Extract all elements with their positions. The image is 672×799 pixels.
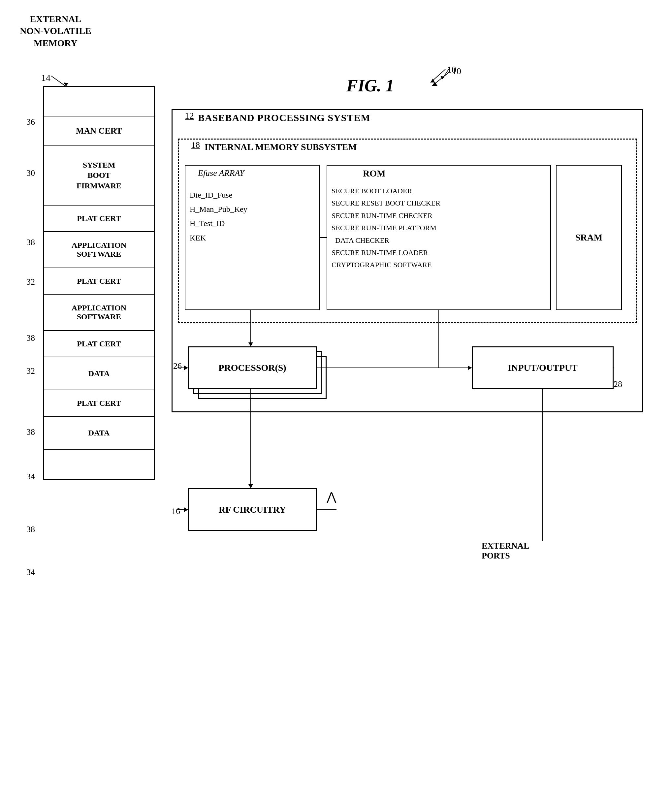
mem-cell-sys-boot: SYSTEMBOOTFIRMWARE bbox=[44, 146, 154, 205]
mem-cell-empty-bottom bbox=[44, 450, 154, 479]
processor-label: PROCESSOR(S) bbox=[218, 363, 286, 373]
ref-34-1: 34 bbox=[26, 472, 35, 482]
ref-14: 14 bbox=[41, 72, 50, 83]
io-label: INPUT/OUTPUT bbox=[508, 363, 578, 373]
rom-title: ROM bbox=[363, 168, 385, 179]
ref-26: 26 bbox=[173, 361, 182, 371]
fig-arrow bbox=[426, 66, 452, 86]
ref-32-2: 32 bbox=[26, 366, 35, 376]
ref-38-2: 38 bbox=[26, 333, 35, 343]
efuse-content: Die_ID_FuseH_Man_Pub_KeyH_Test_IDKEK bbox=[190, 188, 247, 245]
svg-marker-9 bbox=[248, 484, 253, 488]
sram-box: SRAM bbox=[556, 165, 622, 310]
baseband-ref: 12 bbox=[185, 110, 194, 121]
processor-box: PROCESSOR(S) bbox=[188, 346, 317, 389]
baseband-label: BASEBAND PROCESSING SYSTEM bbox=[198, 112, 370, 123]
ref-16: 16 bbox=[171, 506, 180, 516]
ref-38-1: 38 bbox=[26, 237, 35, 247]
ref-32-1: 32 bbox=[26, 277, 35, 287]
mem-cell-app-sw-2: APPLICATIONSOFTWARE bbox=[44, 295, 154, 331]
internal-mem-ref: 18 bbox=[191, 140, 200, 150]
fig-title: FIG. 1 bbox=[346, 76, 394, 95]
ext-mem-title: EXTERNALNON-VOLATILEMEMORY bbox=[20, 13, 91, 49]
io-box: INPUT/OUTPUT bbox=[472, 346, 614, 389]
rf-box: RF CIRCUITRY bbox=[188, 488, 317, 531]
ref-30: 30 bbox=[26, 168, 35, 178]
ext-ports-label: EXTERNALPORTS bbox=[482, 541, 529, 561]
mem-cell-empty-top bbox=[44, 87, 154, 117]
efuse-title: Efuse ARRAY bbox=[198, 168, 244, 178]
svg-line-1 bbox=[51, 76, 66, 86]
ref-28: 28 bbox=[614, 379, 622, 389]
mem-cell-man-cert: MAN CERT bbox=[44, 117, 154, 146]
internal-mem-label: INTERNAL MEMORY SUBSYSTEM bbox=[205, 142, 357, 152]
mem-cell-plat-cert-3: PLAT CERT bbox=[44, 331, 154, 357]
mem-cell-plat-cert-2: PLAT CERT bbox=[44, 268, 154, 295]
ref-34-2: 34 bbox=[26, 567, 35, 577]
memory-column: MAN CERT SYSTEMBOOTFIRMWARE PLAT CERT AP… bbox=[43, 86, 155, 480]
sram-label: SRAM bbox=[575, 232, 602, 243]
mem-cell-data-2: DATA bbox=[44, 417, 154, 450]
ref-36: 36 bbox=[26, 117, 35, 127]
ref-38-3: 38 bbox=[26, 427, 35, 437]
mem-cell-plat-cert-4: PLAT CERT bbox=[44, 390, 154, 417]
mem-cell-plat-cert-1: PLAT CERT bbox=[44, 205, 154, 232]
svg-marker-19 bbox=[184, 508, 188, 512]
antenna-symbol: ⋀ bbox=[326, 490, 336, 504]
mem-cell-data-1: DATA bbox=[44, 357, 154, 390]
rom-content: SECURE BOOT LOADER SECURE RESET BOOT CHE… bbox=[331, 185, 440, 271]
mem-cell-app-sw-1: APPLICATIONSOFTWARE bbox=[44, 232, 154, 268]
rf-label: RF CIRCUITRY bbox=[219, 504, 286, 515]
ref-38-4: 38 bbox=[26, 525, 35, 535]
